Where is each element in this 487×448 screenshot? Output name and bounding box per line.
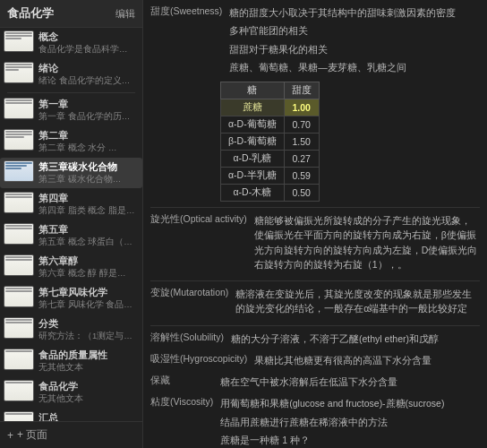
sidebar-item-zonglun[interactable]: 绪论 绪论 食品化学的定义… — [0, 59, 142, 90]
table-cell-aglucose-value: 0.70 — [284, 116, 319, 134]
sidebar-item-label-huizong: 汇总 — [38, 411, 139, 421]
sidebar-item-label-ch4: 第四章 — [38, 192, 139, 205]
sweetness-text2: 多种官能团的相关 — [229, 23, 480, 38]
sidebar-item-desc-shupinzl: 无其他文本 — [38, 362, 139, 374]
sweetness-label: 甜度(Sweetness) — [150, 5, 222, 18]
sidebar-item-text-ch2: 第二章 第二章 概念 水分 … — [38, 129, 139, 154]
viscosity-text1: 用葡萄糖和果糖(glucose and fructose)-蔗糖(sucrose… — [220, 396, 480, 410]
divider-1 — [150, 207, 480, 208]
table-cell-sucrose-value: 1.00 — [284, 99, 319, 116]
sidebar-item-ch7[interactable]: 第七章风味化学 第七章 风味化学 食品中气味… — [0, 283, 142, 314]
sidebar-item-text-ch7: 第七章风味化学 第七章 风味化学 食品中气味… — [38, 286, 139, 311]
sidebar-item-label-ch3: 第三章碳水化合物 — [38, 160, 139, 174]
preservation-text: 糖在空气中被水溶解后在低温下水分含量 — [220, 375, 480, 389]
sidebar-item-text-fenlei: 分类 研究方法：（1测定与安全… — [38, 317, 139, 342]
sidebar-item-ch3[interactable]: 第三章碳水化合物 第三章 碳水化合物… — [0, 158, 142, 188]
divider-3 — [150, 325, 480, 326]
hygroscopic-text: 果糖比其他糖更有很高的高温下水分含量 — [254, 353, 480, 367]
table-cell-alactose-name: α-D-乳糖 — [221, 151, 285, 168]
optical-rotation-section: 旋光性(Optical activity) 糖能够被偏振光所旋转成的分子产生的旋… — [150, 213, 480, 275]
table-row-axylose: α-D-木糖 0.50 — [221, 185, 320, 202]
sidebar-item-fenlei[interactable]: 分类 研究方法：（1测定与安全… — [0, 314, 142, 345]
sidebar-item-label-shipin: 食品化学 — [38, 380, 139, 393]
table-cell-axylose-name: α-D-木糖 — [221, 185, 285, 202]
sweetness-text1: 糖的甜度大小取决于其结构中的甜味刺激因素的密度 — [229, 5, 480, 20]
sidebar-item-text-ch5: 第五章 第五章 概念 球蛋白（… — [38, 223, 139, 248]
sidebar-item-text-gainian: 概念 食品化学是食品科学… — [38, 30, 139, 56]
preservation-label: 保藏 — [150, 375, 213, 387]
sidebar-item-ch4[interactable]: 第四章 第四章 脂类 概念 脂是… — [0, 189, 142, 220]
sidebar-header: 食品化学 编辑 — [0, 0, 142, 28]
sidebar-item-ch5[interactable]: 第五章 第五章 概念 球蛋白（… — [0, 220, 142, 251]
sidebar-item-desc-ch3: 第三章 碳水化合物… — [38, 174, 139, 185]
viscosity-text3: 蔗糖是一种糖 1 种？ — [220, 433, 480, 447]
thumb-ch1 — [4, 98, 34, 119]
sidebar-item-label-gainian: 概念 — [38, 30, 139, 44]
table-cell-sucrose-name: 蔗糖 — [221, 99, 285, 116]
sweetness-content: 糖的甜度大小取决于其结构中的甜味刺激因素的密度 多种官能团的相关 甜甜对于糖果化… — [229, 5, 480, 78]
sweetness-table: 糖 甜度 蔗糖 1.00 α-D-葡萄糖 0.70 β-D-葡萄糖 1.50 — [220, 82, 320, 202]
sidebar-item-shupinzl[interactable]: 食品的质量属性 无其他文本 — [0, 346, 142, 376]
sidebar-item-label-ch5: 第五章 — [38, 223, 139, 237]
sidebar-item-text-huizong: 汇总 — [38, 411, 139, 421]
sweetness-text4: 蔗糖、葡萄糖、果糖—麦芽糖、乳糖之间 — [229, 60, 480, 74]
table-row-sucrose: 蔗糖 1.00 — [221, 99, 320, 116]
sidebar-item-desc-ch5: 第五章 概念 球蛋白（… — [38, 237, 139, 248]
sidebar-item-text-ch6: 第六章醇 第六章 概念 醇 醇是… — [38, 254, 139, 280]
mutarotation-content: 糖溶液在变旋光后，其旋光度改变的现象就是那些发生的旋光变化的结论，一般存在α端基… — [235, 287, 480, 320]
table-cell-agalactose-value: 0.59 — [284, 168, 319, 185]
sidebar-item-ch1[interactable]: 第一章 第一章 食品化学的历史 辞典… — [0, 95, 142, 125]
table-cell-bglucose-name: β-D-葡萄糖 — [221, 134, 285, 151]
table-cell-aglucose-name: α-D-葡萄糖 — [221, 116, 285, 134]
sidebar-item-label-ch6: 第六章醇 — [38, 254, 139, 268]
viscosity-text2: 结晶用蔗糖进行蔗糖在稀溶液中的方法 — [220, 415, 480, 429]
sweetness-section: 甜度(Sweetness) 糖的甜度大小取决于其结构中的甜味刺激因素的密度 多种… — [150, 5, 480, 78]
sidebar-item-desc-ch6: 第六章 概念 醇 醇是… — [38, 268, 139, 280]
thumb-ch7 — [4, 286, 34, 307]
thumb-ch3 — [4, 160, 34, 182]
table-row-aglucose: α-D-葡萄糖 0.70 — [221, 116, 320, 134]
solubility-text: 糖的大分子溶液，不溶于乙醚(ethyl ether)和戊醇 — [231, 332, 480, 346]
sidebar-item-ch6[interactable]: 第六章醇 第六章 概念 醇 醇是… — [0, 252, 142, 282]
sidebar-item-huizong[interactable]: 汇总 — [0, 409, 142, 421]
sidebar-item-text-shipin: 食品化学 无其他文本 — [38, 380, 139, 405]
main-content: 甜度(Sweetness) 糖的甜度大小取决于其结构中的甜味刺激因素的密度 多种… — [143, 0, 487, 448]
sidebar-item-label-ch1: 第一章 — [38, 98, 139, 111]
table-header-sugar: 糖 — [221, 82, 285, 99]
viscosity-label: 粘度(Viscosity) — [150, 396, 213, 409]
plus-icon: + — [7, 429, 13, 442]
sidebar-item-text-zonglun: 绪论 绪论 食品化学的定义… — [38, 62, 139, 87]
thumb-ch6 — [4, 254, 34, 276]
thumb-shupinzl — [4, 349, 34, 370]
thumb-shipin — [4, 380, 34, 401]
optical-rotation-text: 糖能够被偏振光所旋转成的分子产生的旋光现象，使偏振光在平面方向的旋转方向成为右旋… — [254, 213, 480, 271]
sidebar-edit-button[interactable]: 编辑 — [115, 7, 135, 21]
add-page-button[interactable]: + + 页面 — [0, 421, 142, 448]
sidebar-item-text-ch1: 第一章 第一章 食品化学的历史 辞典… — [38, 98, 139, 123]
sidebar-item-text-ch3: 第三章碳水化合物 第三章 碳水化合物… — [38, 160, 139, 185]
table-row-agalactose: α-D-半乳糖 0.59 — [221, 168, 320, 185]
sidebar-item-label-zonglun: 绪论 — [38, 62, 139, 75]
sidebar-item-desc-ch4: 第四章 脂类 概念 脂是… — [38, 205, 139, 217]
sidebar-content: 概念 食品化学是食品科学… 绪论 绪论 食品化学的定义… 第一章 第一章 食品化… — [0, 28, 142, 421]
sidebar-item-ch2[interactable]: 第二章 第二章 概念 水分 … — [0, 126, 142, 157]
table-cell-axylose-value: 0.50 — [284, 185, 319, 202]
sidebar-item-desc-gainian: 食品化学是食品科学… — [38, 44, 139, 56]
sidebar-item-gainian[interactable]: 概念 食品化学是食品科学… — [0, 28, 142, 58]
optical-rotation-label: 旋光性(Optical activity) — [150, 213, 247, 226]
sidebar: 食品化学 编辑 概念 食品化学是食品科学… 绪论 绪论 食品化学的定义… — [0, 0, 143, 448]
table-cell-bglucose-value: 1.50 — [284, 134, 319, 151]
preservation-section: 保藏 糖在空气中被水溶解后在低温下水分含量 — [150, 375, 480, 392]
solubility-section: 溶解性(Solubility) 糖的大分子溶液，不溶于乙醚(ethyl ethe… — [150, 332, 480, 349]
sidebar-item-desc-fenlei: 研究方法：（1测定与安全… — [38, 331, 139, 342]
sidebar-item-label-ch7: 第七章风味化学 — [38, 286, 139, 299]
hygroscopic-content: 果糖比其他糖更有很高的高温下水分含量 — [254, 353, 480, 371]
sidebar-item-label-shupinzl: 食品的质量属性 — [38, 349, 139, 362]
add-page-label: + 页面 — [17, 427, 47, 443]
table-cell-alactose-value: 0.27 — [284, 151, 319, 168]
table-header-sweetness: 甜度 — [284, 82, 319, 99]
sidebar-item-desc-shipin: 无其他文本 — [38, 393, 139, 405]
thumb-gainian — [4, 30, 34, 52]
table-cell-agalactose-name: α-D-半乳糖 — [221, 168, 285, 185]
sidebar-item-shipin[interactable]: 食品化学 无其他文本 — [0, 377, 142, 408]
